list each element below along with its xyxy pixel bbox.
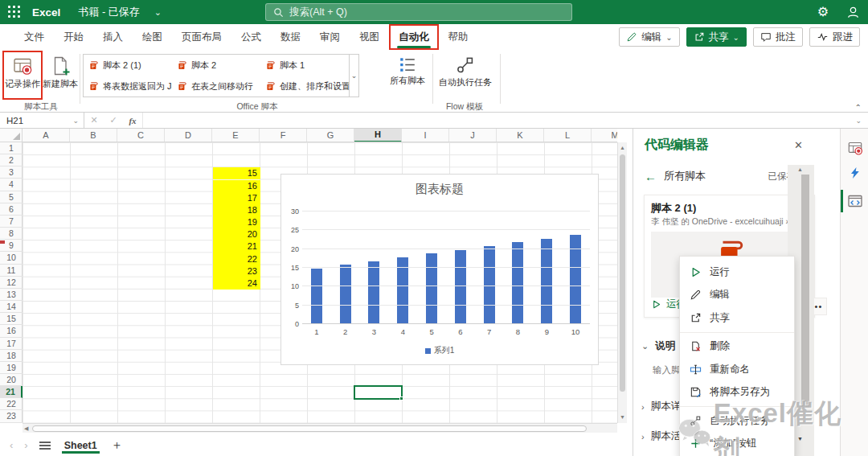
vertical-scrollbar[interactable]: ▲▼ [617,142,627,423]
menu-item-自动执行任务[interactable]: 自动执行任务 [680,409,794,433]
row-header-2[interactable]: 2 [0,154,23,166]
column-header-K[interactable]: K [497,129,544,142]
gallery-script-item[interactable]: 脚本 2 [172,60,260,72]
cell-E8[interactable]: 20 [213,228,260,240]
row-header-4[interactable]: 4 [0,179,23,191]
menu-item-重新命名[interactable]: 重新命名 [680,358,794,381]
gallery-script-item[interactable]: 脚本 1 [260,60,349,72]
horizontal-scrollbar[interactable]: ◀ [23,423,617,433]
chevron-down-icon[interactable]: ⌄ [154,7,162,18]
column-header-I[interactable]: I [402,129,449,142]
back-to-all-scripts[interactable]: ←所有脚本 [645,169,706,183]
gallery-script-item[interactable]: 在表之间移动行 [172,80,260,92]
cell-E11[interactable]: 23 [213,265,260,277]
ribbon-tab-插入[interactable]: 插入 [93,24,133,50]
next-sheet-chevron-icon[interactable]: › [24,439,27,451]
menu-item-将脚本另存为[interactable]: 将脚本另存为 [680,381,794,405]
menu-item-“添加”按钮[interactable]: “添加”按钮 [680,433,794,456]
column-header-F[interactable]: F [260,129,307,142]
row-header-11[interactable]: 11 [0,265,23,277]
scroll-up-icon[interactable]: ▲ [618,143,627,153]
collapsed-section-2[interactable]: ›脚本活 [641,429,681,443]
ribbon-tab-审阅[interactable]: 审阅 [310,24,350,50]
column-header-A[interactable]: A [23,129,70,142]
column-header-D[interactable]: D [165,129,212,142]
column-header-J[interactable]: J [449,129,497,142]
scroll-left-icon[interactable]: ◀ [24,424,28,433]
description-section-header[interactable]: ⌄说明 [641,339,675,353]
row-header-20[interactable]: 20 [0,374,23,386]
select-all-corner[interactable] [0,129,23,142]
power-automate-bolt-icon[interactable] [849,166,862,180]
ribbon-tab-绘图[interactable]: 绘图 [133,24,172,50]
ribbon-tab-页面布局[interactable]: 页面布局 [172,24,231,50]
menu-item-运行[interactable]: 运行 [680,261,794,284]
row-header-14[interactable]: 14 [0,301,23,313]
row-header-3[interactable]: 3 [0,166,23,179]
cancel-icon[interactable]: ✕ [84,115,104,125]
close-icon[interactable]: ✕ [794,139,803,151]
gallery-script-item[interactable]: 创建、排序和设置... [260,80,349,92]
cell-E4[interactable]: 16 [213,180,260,192]
cell-E3[interactable]: 15 [213,167,260,179]
column-header-B[interactable]: B [70,129,117,142]
cell-E6[interactable]: 18 [213,204,260,216]
row-header-18[interactable]: 18 [0,350,23,362]
row-header-12[interactable]: 12 [0,277,23,289]
scroll-down-icon[interactable]: ▼ [797,436,803,442]
account-icon[interactable] [846,6,860,19]
comments-button[interactable]: 批注 [753,27,803,47]
row-header-15[interactable]: 15 [0,313,23,325]
settings-gear-icon[interactable]: ⚙ [817,6,829,18]
catch-up-button[interactable]: 跟进 [809,27,860,47]
document-title[interactable]: 书籍 - 已保存 [78,5,140,19]
column-header-C[interactable]: C [117,129,165,142]
record-actions-button[interactable]: 记录操作 [4,52,41,98]
row-header-5[interactable]: 5 [0,191,23,203]
cell-E5[interactable]: 17 [213,192,260,204]
insert-function-fx-icon[interactable]: fx [123,116,142,125]
column-header-L[interactable]: L [544,129,592,142]
add-sheet-plus-icon[interactable]: ＋ [111,438,123,453]
edit-mode-button[interactable]: 编辑⌄ [619,27,679,47]
menu-item-共享[interactable]: 共享 [680,306,794,330]
row-header-21[interactable]: 21 [0,386,23,398]
row-header-1[interactable]: 1 [0,142,23,154]
gallery-script-item[interactable]: 将表数据返回为 JS... [84,80,172,92]
menu-item-编辑[interactable]: 编辑 [680,284,794,307]
ribbon-tab-帮助[interactable]: 帮助 [439,24,478,50]
column-header-H[interactable]: H [354,129,402,142]
name-box[interactable]: H21⌄ [0,113,84,128]
collapse-ribbon-chevron-icon[interactable]: ⌃ [855,103,862,112]
ribbon-tab-自动化[interactable]: 自动化 [389,24,439,50]
cell-E9[interactable]: 21 [213,240,260,253]
scroll-down-icon[interactable]: ▼ [618,413,627,422]
all-scripts-button[interactable]: 所有脚本 [386,52,429,98]
ribbon-tab-公式[interactable]: 公式 [231,24,271,50]
ribbon-tab-文件[interactable]: 文件 [14,24,54,50]
expand-formula-bar-chevron-icon[interactable]: ⌄ [855,117,862,125]
collapsed-section-1[interactable]: ›脚本详 [641,400,681,413]
column-header-E[interactable]: E [212,129,260,142]
row-header-8[interactable]: 8 [0,228,23,240]
row-header-19[interactable]: 19 [0,362,23,374]
row-header-16[interactable]: 16 [0,325,23,337]
row-header-22[interactable]: 22 [0,398,23,410]
search-input[interactable]: 搜索(Alt + Q) [265,3,572,21]
vertical-scroll-thumb[interactable] [620,154,625,392]
pane-scroll-thumb[interactable] [801,175,809,408]
share-button[interactable]: 共享⌄ [686,27,747,47]
app-launcher-waffle-icon[interactable] [8,6,21,18]
column-header-M[interactable]: M [592,129,617,142]
automate-task-button[interactable]: 自动执行任务 [437,52,493,98]
all-sheets-menu-icon[interactable] [39,442,51,450]
ribbon-tab-开始[interactable]: 开始 [54,24,93,50]
sheet-tab-sheet1[interactable]: Sheet1 [62,434,100,456]
prev-sheet-chevron-icon[interactable]: ‹ [10,439,13,451]
formula-input[interactable] [142,113,868,128]
ribbon-tab-视图[interactable]: 视图 [350,24,389,50]
cells-area[interactable]: 24232221201918171615 图表标题 051015202530 1… [23,142,617,423]
cell-E10[interactable]: 22 [213,253,260,265]
scroll-up-icon[interactable]: ▲ [797,166,803,172]
cell-E7[interactable]: 19 [213,216,260,228]
